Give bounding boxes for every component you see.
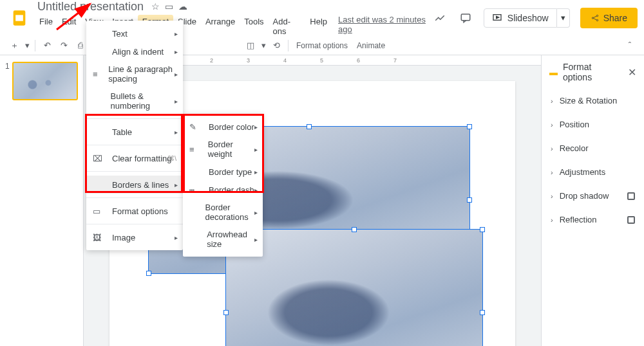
share-button[interactable]: Share [580,8,638,28]
sidebar-reflection[interactable]: ›Reflection [542,208,644,232]
chevron-right-icon: ▸ [175,98,178,105]
sidebar-drop-shadow[interactable]: ›Drop shadow [542,184,644,208]
menu-tools[interactable]: Tools [240,15,268,38]
undo-button[interactable]: ↶ [39,38,55,53]
share-label: Share [603,13,627,23]
menu-format-options[interactable]: ▭Format options [86,202,183,220]
weight-icon: ≡ [189,145,202,154]
menu-arrange[interactable]: Arrange [201,15,240,38]
svg-rect-2 [461,14,470,21]
sidebar-title: Format options [563,62,623,82]
submenu-border-color[interactable]: ✎Border color▸ [183,118,263,136]
dash-icon: ┅ [189,185,202,195]
chevron-right-icon: › [551,168,553,176]
chevron-right-icon: ▸ [175,129,178,136]
redo-button[interactable]: ↷ [56,38,71,53]
menu-file[interactable]: File [35,15,57,38]
slide-thumbnail-1[interactable] [12,62,78,100]
sidebar-size-rotation[interactable]: ›Size & Rotation [542,89,644,113]
chevron-right-icon: ▸ [254,209,258,216]
chevron-right-icon: ▸ [254,168,258,176]
format-options-icon: ▭ [93,206,106,216]
resize-handle[interactable] [352,227,357,232]
borders-lines-submenu: ✎Border color▸ ≡Border weight▸ Border ty… [183,114,263,257]
sidebar-adjustments[interactable]: ›Adjustments [542,160,644,184]
slide-number: 1 [5,62,10,100]
document-title[interactable]: Untitled presentation [35,0,146,14]
format-options-sidebar: ▬ Format options ✕ ›Size & Rotation ›Pos… [541,55,644,346]
menu-align-indent[interactable]: Align & indent▸ [86,42,183,60]
chevron-right-icon: › [551,97,553,105]
submenu-border-dash[interactable]: ┅Border dash▸ [183,181,263,199]
last-edit-link[interactable]: Last edit was 2 minutes ago [338,15,432,38]
chevron-right-icon: › [551,192,553,200]
slides-logo[interactable] [6,5,32,31]
clear-format-icon: ⌧ [93,154,106,163]
menu-line-spacing[interactable]: ≡Line & paragraph spacing▸ [86,60,183,87]
menu-clear-formatting[interactable]: ⌧Clear formatting⌘\ [86,149,183,167]
new-slide-button[interactable]: ＋ [6,38,22,53]
menu-borders-lines[interactable]: Borders & lines▸ [86,176,183,194]
chevron-right-icon: ▸ [254,123,258,131]
checkbox[interactable] [627,216,635,224]
checkbox[interactable] [627,192,635,200]
menu-text[interactable]: Text▸ [86,24,183,42]
chevron-right-icon: ▸ [175,48,178,55]
activity-icon[interactable] [432,10,448,26]
chevron-right-icon: ▸ [175,234,178,241]
format-options-icon: ▬ [549,68,558,77]
sidebar-recolor[interactable]: ›Recolor [542,136,644,160]
move-icon[interactable]: ▭ [165,1,173,12]
selected-image-2[interactable] [225,229,483,346]
animate-button[interactable]: Animate [353,38,389,53]
new-slide-dropdown[interactable]: ▾ [23,38,31,53]
resize-handle[interactable] [307,124,312,129]
chevron-right-icon: ▸ [175,71,178,78]
format-dropdown: Text▸ Align & indent▸ ≡Line & paragraph … [86,21,183,250]
menu-addons[interactable]: Add-ons [269,15,306,38]
resize-handle[interactable] [467,197,472,203]
submenu-arrowhead-size[interactable]: Arrowhead size▸ [183,226,263,253]
chevron-right-icon: › [551,145,553,152]
resize-handle[interactable] [480,227,485,232]
menu-image[interactable]: 🖼Image▸ [86,228,183,246]
close-icon[interactable]: ✕ [628,66,636,78]
resize-handle[interactable] [467,124,472,129]
resize-handle[interactable] [223,310,229,315]
pencil-icon: ✎ [189,122,202,132]
submenu-border-type[interactable]: Border type▸ [183,163,263,181]
chevron-right-icon: › [551,121,553,129]
chevron-right-icon: ▸ [175,30,178,37]
menu-bullets-numbering[interactable]: Bullets & numbering▸ [86,87,183,114]
cloud-icon[interactable]: ☁ [178,1,187,12]
menu-table[interactable]: Table▸ [86,123,183,141]
chevron-right-icon: ▸ [254,187,258,194]
reset-image-button[interactable]: ⟲ [269,38,284,53]
collapse-panel-button[interactable]: ˆ [622,38,638,53]
menu-edit[interactable]: Edit [57,15,80,38]
comments-icon[interactable] [458,10,473,26]
sidebar-position[interactable]: ›Position [542,113,644,136]
submenu-border-decorations[interactable]: Border decorations▸ [183,199,263,226]
chevron-right-icon: › [551,216,553,224]
crop-button[interactable]: ◫ [243,38,258,53]
slideshow-button[interactable]: Slideshow [484,8,557,28]
menu-help[interactable]: Help [305,15,332,38]
format-options-button[interactable]: Format options [292,38,352,53]
svg-rect-1 [15,15,23,21]
resize-handle[interactable] [146,271,151,276]
chevron-right-icon: ▸ [175,181,178,188]
submenu-border-weight[interactable]: ≡Border weight▸ [183,136,263,163]
image-icon: 🖼 [93,233,106,242]
star-icon[interactable]: ☆ [151,1,160,12]
resize-handle[interactable] [480,310,485,315]
slideshow-label: Slideshow [507,13,549,23]
line-spacing-icon: ≡ [93,69,102,79]
filmstrip: 1 [0,55,84,346]
chevron-right-icon: ▸ [254,236,258,243]
chevron-right-icon: ▸ [254,146,258,153]
slideshow-dropdown[interactable]: ▾ [557,8,570,28]
mask-button[interactable]: ▾ [260,38,267,53]
